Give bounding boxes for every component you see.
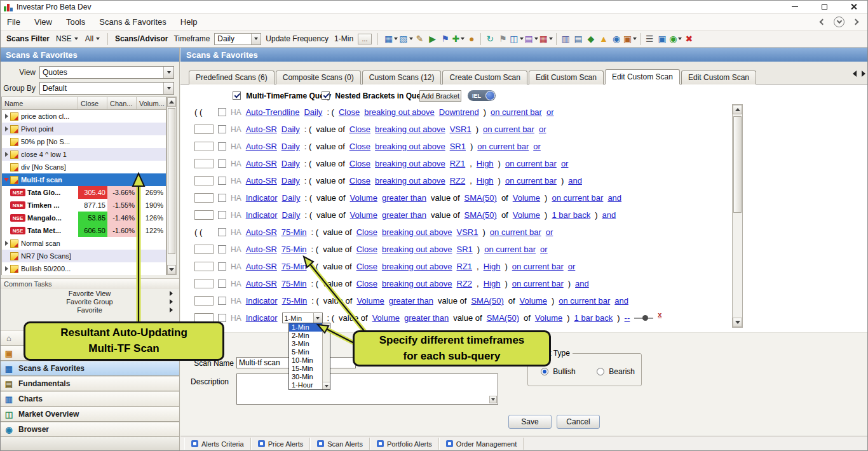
print-icon[interactable]: ☰ [643, 32, 656, 46]
expand-arrow-icon[interactable] [3, 114, 10, 119]
combo-caret-button[interactable] [163, 67, 173, 78]
tab-create-custom-scan-4[interactable]: Create Custom Scan [442, 71, 527, 84]
refresh-icon[interactable]: ↻ [484, 32, 496, 46]
scan-row-nr7-no-scans[interactable]: NR7 [No Scans] [2, 250, 166, 262]
scan-list-icon[interactable]: ▦ [384, 32, 398, 46]
tab-scroll-right-icon[interactable] [862, 71, 865, 77]
close-button[interactable] [839, 0, 868, 14]
query-link-and[interactable]: and [607, 193, 621, 203]
grid-scrollbar[interactable] [166, 97, 177, 275]
query-link-on-current-bar[interactable]: on current bar [512, 262, 564, 271]
query-link-auto-sr[interactable]: Auto-SR [246, 125, 277, 134]
query-link-auto-sr[interactable]: Auto-SR [246, 159, 277, 168]
minimize-button[interactable] [780, 0, 810, 14]
chart-compare-icon[interactable]: ▦ [539, 32, 553, 46]
query-link-indicator[interactable]: Indicator [246, 193, 278, 203]
query-link-or[interactable]: or [539, 125, 546, 134]
query-link-rz1[interactable]: RZ1 [450, 159, 466, 168]
expand-arrow-icon[interactable] [3, 152, 10, 157]
query-link-daily[interactable]: Daily [282, 210, 301, 220]
scroll-down-button[interactable] [167, 265, 176, 274]
exchange-dropdown[interactable]: NSE [54, 34, 80, 43]
query-link-on-current-bar[interactable]: on current bar [505, 159, 557, 168]
stock-row-tata-met[interactable]: NSETata Met...606.50-1.60%122% [2, 224, 166, 237]
menu-item-scans-favorites[interactable]: Scans & Favorites [92, 14, 173, 30]
row-edit-box[interactable] [194, 296, 214, 306]
data-table-icon[interactable]: ▥ [559, 32, 572, 46]
add-bracket-button[interactable]: Add Bracket [419, 90, 461, 102]
scroll-down-button[interactable] [323, 382, 330, 389]
query-link-greater-than[interactable]: greater than [382, 210, 426, 220]
row-weight-slider[interactable] [634, 314, 653, 322]
row-checkbox[interactable] [218, 177, 226, 185]
query-link-sma-50[interactable]: SMA(50) [471, 296, 503, 306]
query-link-breaking-out-above[interactable]: breaking out above [382, 227, 452, 237]
common-task-favorite-group[interactable]: Favorite Group [0, 297, 179, 306]
query-link-sma-50[interactable]: SMA(50) [465, 193, 497, 203]
row-delete-x[interactable]: x [658, 311, 661, 318]
row-edit-box[interactable] [194, 193, 214, 203]
query-link-auto-sr[interactable]: Auto-SR [246, 227, 277, 237]
query-link-75-min[interactable]: 75-Min [281, 262, 307, 271]
query-link-sr1[interactable]: SR1 [450, 142, 466, 151]
query-link-volume[interactable]: Volume [350, 193, 377, 203]
column-header-chan[interactable]: Chan... [107, 97, 137, 109]
menu-item-tools[interactable]: Tools [59, 14, 92, 30]
scan-row-normal-scan[interactable]: Normal scan [2, 237, 166, 250]
scan-row-50-pp-no-s[interactable]: 50% pp [No S... [2, 135, 166, 148]
scroll-up-button[interactable] [167, 97, 176, 107]
bearish-radio[interactable] [597, 368, 604, 375]
query-link-sma-50[interactable]: SMA(50) [487, 313, 519, 323]
query-link-close[interactable]: Close [349, 142, 370, 151]
query-link-close[interactable]: Close [356, 227, 377, 237]
query-link-breaking-out-above[interactable]: breaking out above [382, 279, 452, 288]
row-checkbox[interactable] [218, 142, 226, 151]
sidebar-item-fundamentals[interactable]: ▤Fundamentals [0, 376, 179, 391]
expand-arrow-icon[interactable] [3, 266, 10, 271]
scan-manage-icon[interactable]: ▧ [398, 32, 413, 46]
query-link-close[interactable]: Close [339, 107, 360, 117]
help-icon[interactable]: ◉ [610, 32, 623, 46]
combo-caret-button[interactable] [313, 313, 322, 323]
tab-predefined-scans-6-1[interactable]: Predefined Scans (6) [189, 71, 275, 84]
dropdown-option-30-min[interactable]: 30-Min [289, 373, 322, 381]
row-checkbox[interactable] [218, 314, 226, 322]
dropdown-option-1-min[interactable]: 1-Min [289, 323, 322, 332]
expand-arrow-icon[interactable] [3, 126, 10, 131]
sidebar-item-market-overview[interactable]: ◫Market Overview [0, 407, 179, 422]
maximize-button[interactable] [810, 0, 839, 14]
group-by-combobox[interactable]: Default [39, 82, 174, 95]
menu-item-file[interactable]: File [0, 14, 27, 30]
query-link-volume[interactable]: Volume [535, 313, 562, 323]
scan-row-close-4-low-1[interactable]: close 4 ^ low 1 [2, 148, 166, 161]
query-link-indicator[interactable]: Indicator [246, 210, 278, 220]
query-link-or[interactable]: or [568, 262, 576, 271]
bottom-tab-alerts-criteria[interactable]: Alerts Criteria [184, 438, 251, 450]
query-link-and[interactable]: and [614, 296, 628, 306]
scrollbar-thumb[interactable] [168, 108, 175, 254]
stock-row-timken[interactable]: NSETimken ...877.15-1.55%190% [2, 199, 166, 212]
row-checkbox[interactable] [218, 245, 226, 253]
scan-row-multi-tf-scan[interactable]: Multi-tf scan [2, 173, 166, 186]
query-link-volume[interactable]: Volume [513, 193, 540, 203]
common-task-favorite[interactable]: Favorite [0, 306, 179, 314]
row-edit-box[interactable] [194, 125, 214, 134]
user-profile-icon[interactable]: ◉ [668, 32, 682, 46]
query-link-on-current-bar[interactable]: on current bar [491, 107, 542, 117]
bottom-tab-price-alerts[interactable]: Price Alerts [251, 438, 311, 450]
query-link-daily[interactable]: Daily [281, 142, 300, 151]
add-alert-icon[interactable]: ✚ [452, 32, 466, 46]
query-link-on-current-bar[interactable]: on current bar [552, 193, 603, 203]
query-link-or[interactable]: or [533, 142, 541, 151]
sidebar-item-scans-favorites[interactable]: ▦Scans & Favorites [0, 361, 179, 376]
query-link-volume[interactable]: Volume [372, 313, 400, 323]
query-link-close[interactable]: Close [356, 279, 377, 288]
query-link-vsr1[interactable]: VSR1 [450, 125, 471, 134]
query-link-close[interactable]: Close [349, 159, 370, 168]
row-checkbox[interactable] [218, 297, 226, 305]
row-edit-box[interactable] [194, 210, 214, 220]
query-link-greater-than[interactable]: greater than [389, 296, 433, 306]
bullish-radio[interactable] [541, 368, 548, 375]
query-link-volume[interactable]: Volume [350, 210, 377, 220]
row-edit-box[interactable] [194, 159, 214, 168]
